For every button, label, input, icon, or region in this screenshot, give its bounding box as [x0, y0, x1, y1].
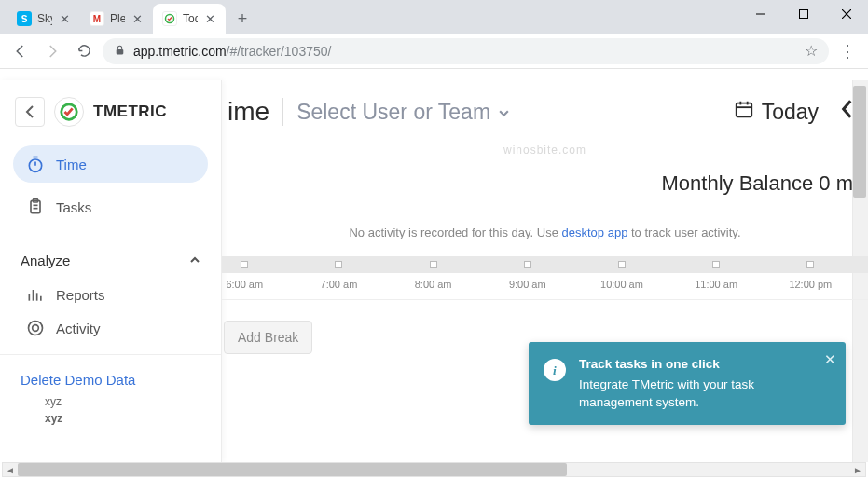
browser-tab-gmail[interactable]: M Plea ✕	[80, 4, 153, 34]
watermark-text: winosbite.com	[222, 144, 868, 157]
scroll-right-button[interactable]: ►	[850, 463, 865, 476]
timeline-tick	[524, 261, 531, 268]
browser-toolbar: app.tmetric.com/#/tracker/103750/ ☆ ⋮	[0, 34, 868, 69]
sidebar-item-reports[interactable]: Reports	[0, 278, 221, 311]
timeline-tick	[335, 261, 342, 268]
chevron-up-icon	[189, 253, 200, 268]
sidebar-item-label: Tasks	[56, 199, 91, 215]
timeline-tick	[430, 261, 437, 268]
skype-favicon-icon: S	[17, 11, 32, 26]
timeline-tick-label: 11:00 am	[695, 279, 737, 290]
user-team-selector[interactable]: Select User or Team	[296, 100, 510, 125]
browser-tab-skype[interactable]: S Skyp ✕	[7, 4, 80, 34]
url-text: app.tmetric.com/#/tracker/103750/	[133, 44, 797, 59]
delete-demo-data-link[interactable]: Delete Demo Data	[0, 354, 221, 393]
tmetric-logo-icon	[54, 97, 84, 127]
timeline-tick	[712, 261, 720, 268]
sidebar-footer-text-1: xyz	[0, 393, 221, 410]
integration-toast: i ✕ Track tasks in one click Integrate T…	[529, 342, 846, 425]
sidebar-back-button[interactable]	[15, 97, 45, 127]
monthly-balance: Monthly Balance 0 m	[222, 157, 868, 196]
timeline-bar[interactable]	[222, 256, 868, 273]
chevron-down-icon	[498, 100, 510, 125]
divider	[222, 299, 868, 300]
calendar-icon	[734, 99, 754, 125]
today-button[interactable]: Today	[734, 99, 819, 125]
svg-rect-1	[800, 10, 808, 19]
tmetric-favicon-icon	[162, 11, 177, 26]
sidebar-item-tasks[interactable]: Tasks	[13, 188, 208, 226]
timeline-tick-label: 6:00 am	[226, 279, 263, 290]
section-label: Analyze	[21, 253, 70, 268]
timeline-tick-label: 12:00 pm	[789, 279, 832, 290]
timeline-tick-label: 8:00 am	[415, 279, 452, 290]
timeline-tick	[806, 261, 814, 268]
balance-value: 0 m	[819, 171, 853, 195]
nav-back-button[interactable]	[7, 38, 34, 64]
scroll-thumb[interactable]	[18, 463, 567, 476]
tab-title: Plea	[110, 12, 125, 25]
toast-close-button[interactable]: ✕	[824, 349, 836, 370]
info-icon: i	[544, 359, 566, 381]
sidebar-item-label: Time	[56, 157, 87, 172]
main-content: ime Select User or Team Today winosbite.…	[222, 80, 868, 462]
svg-point-19	[33, 325, 39, 332]
clipboard-icon	[26, 198, 45, 216]
timeline-tick-label: 9:00 am	[509, 279, 546, 290]
browser-tabstrip: S Skyp ✕ M Plea ✕ Toda ✕ +	[0, 0, 868, 34]
scroll-left-button[interactable]: ◄	[3, 463, 18, 476]
no-activity-message: No activity is recorded for this day. Us…	[222, 196, 868, 251]
gmail-favicon-icon: M	[90, 11, 104, 26]
timeline-tick	[618, 261, 626, 268]
bookmark-star-button[interactable]: ☆	[805, 42, 818, 60]
nav-forward-button[interactable]	[39, 38, 65, 64]
sidebar-item-activity[interactable]: Activity	[0, 311, 221, 345]
selector-label: Select User or Team	[296, 100, 490, 125]
page-title: ime	[227, 97, 269, 127]
tab-title: Toda	[183, 12, 198, 25]
toast-body: Integrate TMetric with your task managem…	[579, 376, 814, 412]
horizontal-scrollbar[interactable]: ◄ ►	[2, 462, 866, 477]
new-tab-button[interactable]: +	[229, 6, 255, 32]
window-minimize-button[interactable]	[739, 0, 782, 28]
target-icon	[26, 319, 45, 337]
sidebar-item-time[interactable]: Time	[13, 145, 208, 183]
tab-close-button[interactable]: ✕	[58, 12, 71, 25]
sidebar-item-label: Reports	[56, 287, 105, 303]
timeline: 6:00 am7:00 am8:00 am9:00 am10:00 am11:0…	[222, 256, 868, 300]
desktop-app-link[interactable]: desktop app	[562, 226, 628, 240]
svg-point-18	[29, 322, 43, 335]
browser-tab-tmetric[interactable]: Toda ✕	[153, 4, 226, 34]
timeline-tick	[241, 261, 248, 268]
timeline-tick-label: 7:00 am	[321, 279, 358, 290]
balance-label: Monthly Balance	[662, 171, 814, 195]
url-field[interactable]: app.tmetric.com/#/tracker/103750/ ☆	[103, 38, 829, 64]
sidebar-item-label: Activity	[56, 321, 101, 336]
brand-text: TMETRIC	[93, 103, 167, 121]
window-close-button[interactable]	[825, 0, 868, 28]
toast-title: Track tasks in one click	[579, 355, 814, 374]
browser-menu-button[interactable]: ⋮	[834, 38, 861, 64]
url-path: /#/tracker/103750/	[227, 44, 332, 59]
tab-close-button[interactable]: ✕	[131, 12, 144, 25]
tab-title: Skyp	[37, 12, 52, 25]
sidebar-footer-text-2: xyz	[0, 410, 221, 427]
svg-rect-20	[736, 103, 751, 117]
url-host: app.tmetric.com	[133, 44, 227, 59]
lock-icon	[114, 44, 126, 59]
divider	[282, 98, 283, 126]
window-maximize-button[interactable]	[782, 0, 825, 28]
bar-chart-icon	[26, 285, 45, 304]
next-day-button[interactable]	[841, 100, 853, 124]
svg-rect-5	[117, 48, 124, 53]
tab-close-button[interactable]: ✕	[203, 12, 216, 25]
sidebar-section-analyze[interactable]: Analyze	[0, 239, 221, 278]
add-break-button[interactable]: Add Break	[224, 321, 312, 354]
today-label: Today	[762, 100, 819, 125]
scroll-track[interactable]	[18, 463, 850, 476]
stopwatch-icon	[26, 155, 45, 173]
sidebar: TMETRIC Time Tasks Analyze Reports	[0, 80, 222, 462]
timeline-tick-label: 10:00 am	[600, 279, 643, 290]
nav-reload-button[interactable]	[71, 38, 97, 64]
